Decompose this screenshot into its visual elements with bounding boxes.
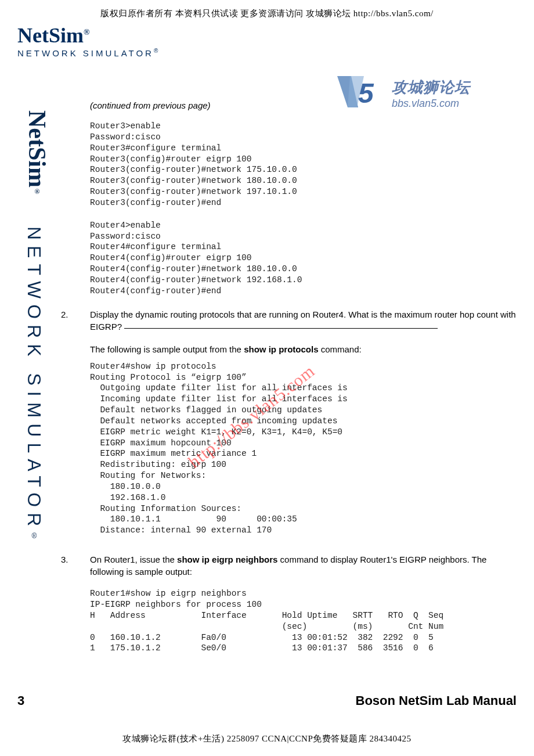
step-2-number: 2. — [61, 308, 90, 321]
logo-subtitle: NETWORK SIMULATOR® — [17, 48, 158, 58]
terminal-block-eigrp-neighbors: Router1#show ip eigrp neighbors IP-EIGRP… — [90, 588, 517, 654]
bottom-banner: 攻城狮论坛群(技术+生活) 2258097 CCNA|CCNP免费答疑题库 28… — [0, 733, 534, 744]
step-2-followup: The following is sample output from the … — [90, 343, 517, 355]
top-copyright-banner: 版权归原作者所有 本资料只供试读 更多资源请访问 攻城狮论坛 http://bb… — [0, 0, 534, 19]
side-brand-reg1: ® — [33, 188, 41, 196]
logo-reg: ® — [84, 28, 89, 37]
vlan5-watermark-url: bbs.vlan5.com — [392, 98, 470, 110]
manual-title: Boson NetSim Lab Manual — [356, 693, 517, 708]
logo-sub-reg: ® — [154, 48, 158, 54]
side-brand-light-text: NETWORK SIMULATOR — [24, 226, 45, 532]
step-3: 3. On Router1, issue the show ip eigrp n… — [61, 553, 517, 578]
v5-logo-icon: 5 — [335, 73, 385, 114]
vlan5-watermark-text: 攻城狮论坛 bbs.vlan5.com — [392, 77, 470, 110]
step-2-followup-b: command: — [318, 344, 361, 354]
side-brand-bold: NetSim® — [23, 110, 51, 196]
side-brand-light: NETWORK SIMULATOR® — [23, 226, 45, 546]
terminal-block-router4: Router4>enable Password:cisco Router4#co… — [90, 220, 517, 297]
logo-title-text: NetSim — [17, 24, 84, 47]
side-brand-reg2: ® — [30, 532, 38, 546]
cmd-show-ip-protocols: show ip protocols — [244, 344, 318, 354]
side-brand-bold-text: NetSim — [24, 110, 50, 188]
vlan5-watermark: 5 攻城狮论坛 bbs.vlan5.com — [335, 73, 470, 114]
step-2-text: Display the dynamic routing protocols th… — [90, 308, 517, 333]
cmd-show-ip-eigrp-neighbors: show ip eigrp neighbors — [177, 555, 277, 564]
netsim-logo: NetSim® NETWORK SIMULATOR® — [17, 23, 158, 58]
terminal-block-router3: Router3>enable Password:cisco Router3#co… — [90, 121, 517, 208]
footer: 3 Boson NetSim Lab Manual — [17, 693, 517, 708]
logo-subtitle-text: NETWORK SIMULATOR — [17, 48, 154, 58]
page-number: 3 — [17, 693, 24, 708]
page: 版权归原作者所有 本资料只供试读 更多资源请访问 攻城狮论坛 http://bb… — [0, 0, 534, 756]
logo-title: NetSim® — [17, 23, 158, 48]
step-2: 2. Display the dynamic routing protocols… — [61, 308, 517, 333]
terminal-block-show-ip-protocols: Router4#show ip protocols Routing Protoc… — [90, 361, 517, 537]
step-2-followup-a: The following is sample output from the — [90, 344, 244, 354]
answer-blank-line — [124, 328, 438, 329]
step-3-text-a: On Router1, issue the — [90, 555, 177, 564]
svg-text:5: 5 — [358, 78, 374, 109]
vlan5-watermark-title: 攻城狮论坛 — [392, 77, 470, 98]
step-3-number: 3. — [61, 553, 90, 566]
step-3-text: On Router1, issue the show ip eigrp neig… — [90, 553, 517, 578]
